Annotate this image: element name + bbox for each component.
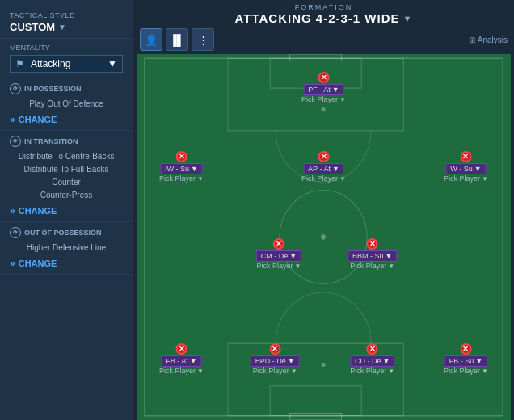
player-card-pf: ✕ PF - At ▼ Pick Player ▼ (301, 72, 346, 103)
player-role-cd[interactable]: CD - De ▼ (350, 355, 394, 367)
player-pick-fb2[interactable]: Pick Player ▼ (444, 367, 488, 375)
in-possession-label: IN POSSESSION (24, 85, 82, 93)
player-card-w: ✕ W - Su ▼ Pick Player ▼ (444, 151, 488, 183)
formation-label: FORMATION (133, 3, 514, 11)
player-marker-bbm: ✕ (367, 238, 378, 250)
player-pick-w[interactable]: Pick Player ▼ (444, 174, 488, 183)
player-role-text-fb1: FB - At (166, 357, 188, 365)
player-role-arrow-iw: ▼ (191, 165, 198, 173)
player-role-pf[interactable]: PF - At ▼ (303, 84, 343, 95)
player-pick-arrow-ap: ▼ (339, 175, 346, 183)
bar-chart-icon-btn[interactable]: ▐▌ (166, 28, 188, 51)
player-card-ap: ✕ AP - At ▼ Pick Player ▼ (301, 151, 346, 183)
person-icon-btn[interactable]: 👤 (140, 28, 162, 51)
player-role-arrow-ap: ▼ (332, 165, 339, 173)
tactical-style-section: TACTICAL STYLE CUSTOM ▼ (0, 6, 133, 39)
player-marker-bpd: ✕ (269, 343, 280, 355)
player-role-bbm[interactable]: BBM - Su ▼ (348, 250, 397, 262)
player-card-fb1: ✕ FB - At ▼ Pick Player ▼ (159, 343, 204, 375)
main-area: FORMATION ATTACKING 4-2-3-1 WIDE ▼ 👤 ▐▌ … (133, 0, 514, 420)
player-marker-pf: ✕ (318, 72, 330, 83)
player-pick-bpd[interactable]: Pick Player ▼ (253, 367, 297, 375)
in-possession-title: ⟳ IN POSSESSION (10, 83, 123, 94)
player-role-arrow-fb2: ▼ (475, 357, 482, 365)
player-role-arrow-bbm: ▼ (385, 252, 392, 260)
svg-point-10 (322, 107, 326, 111)
player-pick-iw[interactable]: Pick Player ▼ (159, 174, 204, 183)
player-card-fb2: ✕ FB - Su ▼ Pick Player ▼ (444, 343, 488, 375)
player-pick-pf[interactable]: Pick Player ▼ (301, 95, 346, 103)
player-pick-cm[interactable]: Pick Player ▼ (256, 262, 301, 270)
out-of-possession-label: OUT OF POSSESSION (24, 229, 102, 237)
transition-change-chevron-icon: » (10, 205, 15, 216)
player-role-text-cd: CD - De (355, 357, 381, 365)
transition-item-3: Counter (10, 176, 123, 189)
sidebar: TACTICAL STYLE CUSTOM ▼ MENTALITY ⚑ Atta… (0, 0, 133, 420)
menu-icon-btn[interactable]: ⋮ (192, 28, 214, 51)
mentality-label: MENTALITY (10, 44, 123, 52)
player-role-text-pf: PF - At (308, 86, 331, 94)
player-role-ap[interactable]: AP - At ▼ (303, 163, 344, 174)
player-pick-text-w: Pick Player (444, 174, 480, 183)
svg-point-11 (322, 363, 326, 367)
grid-icon: ⊞ (469, 36, 475, 44)
analysis-btn[interactable]: ⊞ Analysis (469, 36, 508, 44)
in-transition-block: ⟳ IN TRANSITION Distribute To Centre-Bac… (0, 131, 133, 222)
svg-rect-8 (270, 386, 361, 416)
analysis-label: Analysis (478, 36, 508, 44)
formation-title[interactable]: ATTACKING 4-2-3-1 WIDE ▼ (133, 11, 514, 25)
in-possession-change-label: CHANGE (19, 115, 57, 124)
player-pick-ap[interactable]: Pick Player ▼ (301, 174, 346, 183)
player-role-fb1[interactable]: FB - At ▼ (161, 355, 201, 367)
transition-item-4: Counter-Press (10, 189, 123, 202)
out-of-possession-change-label: CHANGE (19, 258, 57, 268)
player-pick-arrow-iw: ▼ (197, 175, 204, 183)
player-marker-iw: ✕ (176, 151, 187, 162)
player-pick-cd[interactable]: Pick Player ▼ (350, 367, 394, 375)
player-card-iw: ✕ IW - Su ▼ Pick Player ▼ (159, 151, 204, 183)
player-marker-fb2: ✕ (460, 343, 471, 355)
player-role-fb2[interactable]: FB - Su ▼ (444, 355, 487, 367)
in-possession-change-btn[interactable]: » CHANGE (10, 114, 123, 125)
out-of-possession-items: Higher Defensive Line (10, 242, 123, 254)
player-role-arrow-cm: ▼ (289, 252, 297, 260)
player-pick-bbm[interactable]: Pick Player ▼ (350, 262, 394, 270)
transition-item-2: Distribute To Full-Backs (10, 163, 123, 176)
player-pick-text-ap: Pick Player (301, 174, 338, 183)
pitch-container: ✕ PF - At ▼ Pick Player ▼ ✕ IW - Su ▼ (137, 54, 511, 420)
player-pick-arrow-cm: ▼ (294, 262, 301, 270)
in-transition-change-btn[interactable]: » CHANGE (10, 205, 123, 216)
player-role-cm[interactable]: CM - De ▼ (256, 250, 301, 262)
player-marker-fb1: ✕ (176, 343, 187, 355)
out-of-possession-title: ⟳ OUT OF POSSESSION (10, 227, 123, 238)
mentality-icon: ⚑ (15, 58, 24, 69)
player-pick-arrow-bbm: ▼ (388, 262, 394, 270)
player-role-iw[interactable]: IW - Su ▼ (160, 163, 203, 174)
svg-rect-6 (290, 54, 342, 61)
oop-change-chevron-icon: » (10, 258, 15, 269)
player-role-bpd[interactable]: BPD - De ▼ (251, 355, 300, 367)
player-role-arrow-w: ▼ (474, 165, 482, 173)
out-of-possession-block: ⟳ OUT OF POSSESSION Higher Defensive Lin… (0, 222, 133, 275)
player-role-w[interactable]: W - Su ▼ (445, 163, 486, 174)
player-pick-text-fb2: Pick Player (444, 367, 480, 375)
mentality-select[interactable]: ⚑ Attacking ▼ (10, 55, 123, 73)
player-pick-text-bpd: Pick Player (253, 367, 289, 375)
tactical-style-chevron: ▼ (58, 23, 66, 32)
in-transition-title: ⟳ IN TRANSITION (10, 136, 123, 147)
player-pick-fb1[interactable]: Pick Player ▼ (159, 367, 204, 375)
in-possession-item: Play Out Of Defence (29, 99, 103, 108)
toolbar: 👤 ▐▌ ⋮ ⊞ Analysis (133, 25, 514, 54)
player-pick-arrow-fb2: ▼ (482, 368, 488, 375)
player-role-text-ap: AP - At (308, 165, 331, 173)
in-possession-items: Play Out Of Defence (10, 98, 123, 111)
player-role-text-fb2: FB - Su (449, 357, 474, 365)
player-pick-text-bbm: Pick Player (350, 262, 386, 270)
out-of-possession-change-btn[interactable]: » CHANGE (10, 258, 123, 269)
tactical-style-value[interactable]: CUSTOM ▼ (10, 21, 123, 33)
in-transition-items: Distribute To Centre-Backs Distribute To… (10, 150, 123, 202)
in-transition-icon: ⟳ (10, 136, 21, 147)
player-role-text-cm: CM - De (261, 252, 289, 260)
mentality-chevron: ▼ (107, 58, 117, 69)
player-pick-arrow-bpd: ▼ (291, 368, 297, 375)
